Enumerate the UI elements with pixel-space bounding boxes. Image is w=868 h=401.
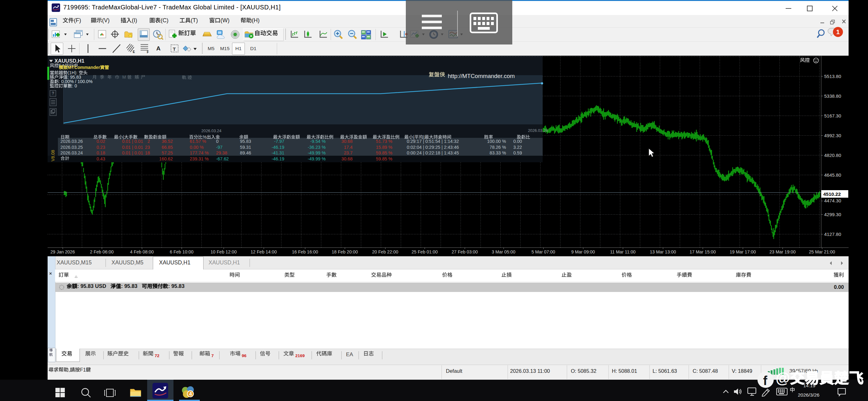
svg-text:0: 0 [65,79,67,84]
svg-text:V8.08: V8.08 [51,150,55,161]
svg-text:0: 0 [61,79,64,84]
svg-text:r: r [98,65,100,70]
svg-text::: : [59,79,60,84]
svg-text:H: H [71,70,74,75]
svg-text:0: 0 [67,79,70,84]
svg-text:1: 1 [78,79,80,84]
svg-text:%: % [89,79,93,84]
svg-text:9: 9 [70,75,73,80]
svg-text:m: m [80,65,84,70]
svg-text:0: 0 [86,79,89,84]
svg-text:a: a [88,65,91,70]
svg-text:8: 8 [76,75,79,80]
svg-text:d: d [93,65,96,70]
svg-text:M: M [68,65,71,70]
svg-text:0: 0 [82,79,85,84]
svg-text:0: 0 [80,79,82,84]
svg-text:e: e [96,65,98,70]
svg-text:n: n [91,65,93,70]
svg-text:5: 5 [73,75,75,80]
svg-text::: : [72,84,73,88]
svg-text::: : [76,70,78,75]
svg-text:@: @ [776,371,790,386]
svg-text:1: 1 [69,70,72,75]
svg-text::: : [68,75,69,80]
svg-text:3: 3 [79,75,81,80]
svg-text:/: / [75,79,76,84]
svg-text:T: T [71,65,74,70]
svg-text:%: % [70,79,74,84]
svg-text:m: m [84,65,88,70]
svg-text:M: M [122,75,126,80]
svg-text:0: 0 [74,84,77,88]
svg-text:C: C [74,65,78,70]
